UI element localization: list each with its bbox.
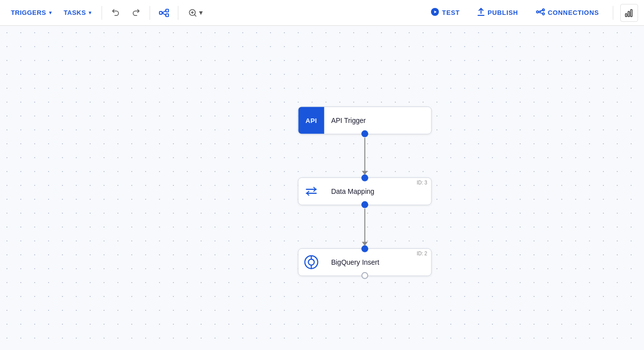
triggers-label: TRIGGERS (11, 9, 46, 16)
divider-2 (150, 6, 150, 20)
svg-line-3 (162, 10, 165, 13)
data-mapping-node-wrapper: Data Mapping ID: 3 (298, 177, 431, 205)
connections-label: CONNECTIONS (548, 9, 599, 16)
toolbar-left: TRIGGERS ▾ TASKS ▾ (6, 4, 422, 22)
svg-rect-18 (626, 13, 627, 16)
zoom-button[interactable]: ▾ (183, 5, 208, 20)
bigquery-insert-bottom-connector (361, 272, 368, 279)
redo-button[interactable] (127, 4, 145, 22)
zoom-chevron-icon: ▾ (199, 9, 203, 16)
data-mapping-icon-box (298, 178, 324, 205)
api-trigger-icon-label: API (306, 117, 317, 124)
publish-icon (478, 8, 484, 17)
bigquery-insert-top-connector (361, 245, 368, 252)
data-mapping-icon (305, 186, 318, 197)
connections-icon (536, 8, 545, 17)
bigquery-insert-id: ID: 2 (417, 251, 427, 256)
analytics-button[interactable] (620, 4, 638, 22)
bigquery-insert-node-wrapper: BigQuery Insert ID: 2 (298, 248, 431, 276)
analytics-icon (625, 8, 634, 17)
bigquery-insert-node[interactable]: BigQuery Insert ID: 2 (298, 248, 431, 276)
data-mapping-label: Data Mapping (324, 187, 431, 195)
divider-3 (178, 6, 178, 20)
canvas[interactable]: API API Trigger Da (0, 26, 644, 350)
workflow-container: API API Trigger Da (298, 107, 431, 276)
bigquery-insert-icon-box (298, 249, 324, 276)
svg-line-6 (194, 14, 196, 16)
tasks-label: TASKS (63, 9, 86, 16)
structure-icon (159, 7, 169, 18)
bigquery-insert-label: BigQuery Insert (324, 258, 431, 266)
tasks-button[interactable]: TASKS ▾ (58, 6, 96, 19)
svg-rect-19 (628, 11, 630, 17)
arrow-1 (298, 134, 431, 177)
tasks-chevron-icon: ▾ (89, 10, 91, 15)
arrow-1-line (364, 138, 365, 172)
api-trigger-icon-box: API (298, 107, 324, 134)
svg-rect-20 (631, 9, 632, 16)
toolbar: TRIGGERS ▾ TASKS ▾ (0, 0, 644, 26)
structure-button[interactable] (155, 4, 173, 22)
arrow-2-line (364, 209, 365, 242)
divider-4 (613, 6, 613, 20)
test-play-icon (431, 8, 439, 17)
redo-icon (131, 8, 140, 17)
api-trigger-label: API Trigger (324, 117, 431, 124)
data-mapping-node[interactable]: Data Mapping ID: 3 (298, 177, 431, 205)
bigquery-icon (304, 255, 319, 270)
triggers-chevron-icon: ▾ (49, 10, 52, 15)
toolbar-right: TEST PUBLISH (424, 4, 638, 22)
data-mapping-top-connector (361, 175, 368, 181)
undo-icon (111, 8, 120, 17)
api-trigger-node[interactable]: API API Trigger (298, 107, 431, 134)
publish-button[interactable]: PUBLISH (471, 4, 525, 21)
divider-1 (102, 6, 102, 20)
zoom-icon (188, 8, 197, 17)
undo-button[interactable] (107, 4, 125, 22)
api-trigger-node-wrapper: API API Trigger (298, 107, 431, 134)
svg-line-4 (162, 13, 165, 15)
test-button[interactable]: TEST (424, 4, 467, 21)
api-trigger-bottom-connector (361, 130, 368, 137)
data-mapping-bottom-connector (361, 201, 368, 208)
arrow-2 (298, 205, 431, 248)
svg-point-22 (308, 259, 314, 265)
svg-line-17 (538, 12, 542, 13)
publish-label: PUBLISH (487, 9, 518, 16)
triggers-button[interactable]: TRIGGERS ▾ (6, 6, 56, 19)
connections-button[interactable]: CONNECTIONS (529, 4, 606, 21)
data-mapping-id: ID: 3 (417, 180, 427, 185)
test-label: TEST (442, 9, 460, 16)
